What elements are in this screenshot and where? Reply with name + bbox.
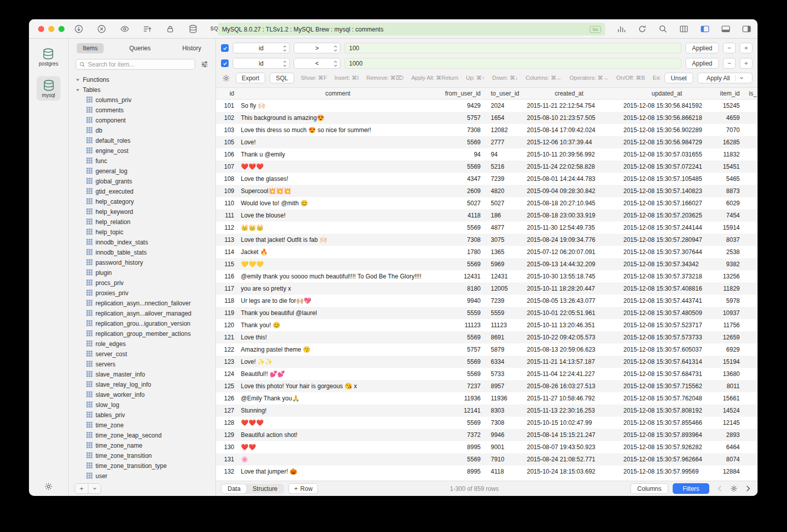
column-header-updated-at[interactable]: updated_at (617, 90, 716, 97)
sidebar-table-item[interactable]: proxies_priv (76, 288, 215, 298)
cell-id[interactable]: 126 (216, 395, 236, 402)
cell-updated_at[interactable]: 2015-12-08 15:30:57.140823 (617, 187, 716, 195)
cell-to_user_id[interactable]: 12431 (483, 273, 521, 280)
table-row[interactable]: 122Amazing pastel theme 😙575758792015-08… (216, 343, 758, 356)
cell-comment[interactable]: So fly 🙌🏻 (236, 102, 439, 109)
item-search-box[interactable] (76, 59, 195, 70)
cell-item_id[interactable]: 11832 (716, 151, 742, 158)
cell-from_user_id[interactable]: 5569 (439, 370, 483, 378)
cell-from_user_id[interactable]: 2609 (439, 187, 483, 195)
cell-updated_at[interactable]: 2015-12-08 15:30:57.244144 (617, 224, 716, 231)
cell-id[interactable]: 119 (216, 309, 236, 317)
cell-from_user_id[interactable]: 11123 (439, 322, 483, 329)
tab-items[interactable]: Items (77, 43, 104, 53)
cell-to_user_id[interactable]: 1365 (483, 248, 521, 256)
cell-item_id[interactable]: 15194 (716, 358, 742, 365)
table-row[interactable]: 116@emily thank you soooo much beautiful… (216, 270, 758, 283)
cell-to_user_id[interactable]: 5027 (483, 200, 521, 207)
table-row[interactable]: 105Love!556927772015-12-06 10:37:39.4420… (216, 136, 758, 148)
cell-comment[interactable]: Amazing pastel theme 😙 (236, 346, 439, 353)
cell-to_user_id[interactable]: 9001 (483, 444, 521, 451)
cell-id[interactable]: 103 (216, 127, 236, 134)
sidebar-table-item[interactable]: comments (76, 105, 215, 115)
tab-structure[interactable]: Structure (246, 484, 284, 493)
sidebar-table-item[interactable]: slave_master_info (76, 369, 215, 380)
cell-updated_at[interactable]: 2015-12-08 15:30:57.280947 (617, 236, 716, 243)
cell-from_user_id[interactable]: 5027 (439, 200, 483, 207)
cell-item_id[interactable]: 8011 (716, 383, 742, 390)
cell-to_user_id[interactable]: 8691 (483, 334, 521, 341)
cell-from_user_id[interactable]: 5569 (439, 419, 483, 426)
cell-id[interactable]: 117 (216, 285, 236, 292)
cell-id[interactable]: 131 (216, 456, 236, 463)
sidebar-table-item[interactable]: replication_asyn...ailover_managed (76, 308, 215, 319)
table-row[interactable]: 119Thank you beautiful @laurel5559555920… (216, 307, 758, 319)
table-row[interactable]: 107❤️❤️❤️556952162015-11-24 22:02:58.828… (216, 161, 758, 173)
cell-from_user_id[interactable]: 5569 (439, 334, 483, 341)
cell-to_user_id[interactable]: 94 (483, 151, 521, 158)
disconnect-icon[interactable] (97, 24, 107, 34)
search-input[interactable] (88, 61, 192, 68)
filter-column-select[interactable]: id (233, 43, 290, 53)
cell-to_user_id[interactable]: 2024 (483, 102, 521, 109)
cell-to_user_id[interactable]: 4877 (483, 224, 521, 231)
table-row[interactable]: 120Thank you! 😊11123111232015-10-11 13:2… (216, 319, 758, 331)
cell-to_user_id[interactable]: 8303 (483, 407, 521, 414)
zoom-window-button[interactable] (58, 26, 65, 32)
cell-updated_at[interactable]: 2015-12-08 15:30:57.34342 (617, 261, 716, 268)
cell-item_id[interactable]: 15914 (716, 224, 742, 231)
toggle-left-panel-icon[interactable] (700, 24, 710, 34)
cell-item_id[interactable]: 13256 (716, 273, 742, 280)
table-row[interactable]: 131🌸556979102015-08-24 21:08:52.7712015-… (216, 453, 758, 465)
cell-from_user_id[interactable]: 8995 (439, 468, 483, 475)
cell-created_at[interactable]: 2015-10-15 10:02:47.99 (521, 419, 617, 426)
cell-created_at[interactable]: 2015-08-18 23:00:33.919 (521, 212, 617, 219)
sidebar-table-item[interactable]: password_history (76, 258, 215, 268)
cell-created_at[interactable]: 2015-11-21 22:12:54.754 (521, 102, 617, 109)
cell-created_at[interactable]: 2015-11-21 14:13:57.187 (521, 358, 617, 365)
cell-created_at[interactable]: 2015-08-07 19:43:50.923 (521, 444, 617, 451)
cell-created_at[interactable]: 2015-08-05 13:26:43.077 (521, 297, 617, 304)
cell-updated_at[interactable]: 2015-12-08 15:30:56.841592 (617, 102, 716, 109)
cell-updated_at[interactable]: 2015-12-08 15:30:56.984729 (617, 139, 716, 146)
sidebar-table-item[interactable]: help_relation (76, 217, 215, 227)
cell-to_user_id[interactable]: 4118 (483, 468, 521, 475)
cell-item_id[interactable]: 4659 (716, 114, 742, 121)
cell-comment[interactable]: @Emily Thank you🙏 (236, 395, 439, 402)
cell-updated_at[interactable]: 2015-12-08 15:30:57.072241 (617, 163, 716, 170)
cell-created_at[interactable]: 2015-11-13 22:30:16.253 (521, 407, 617, 414)
cell-comment[interactable]: @emily thank you soooo much beautiful!!!… (236, 273, 439, 280)
cell-id[interactable]: 113 (216, 236, 236, 243)
previous-page-icon[interactable] (716, 485, 724, 493)
sidebar-table-item[interactable]: server_cost (76, 349, 215, 359)
cell-created_at[interactable]: 2015-12-06 10:37:39.44 (521, 139, 617, 146)
apply-all-button[interactable]: Apply All (698, 73, 752, 83)
sidebar-table-item[interactable]: global_grants (76, 176, 215, 186)
cell-updated_at[interactable]: 2015-12-08 15:30:57.715562 (617, 383, 716, 390)
column-header-comment[interactable]: comment (236, 90, 439, 97)
export-button[interactable]: Export (236, 73, 265, 83)
cell-updated_at[interactable]: 2015-12-08 15:30:56.866218 (617, 114, 716, 121)
cell-from_user_id[interactable]: 94 (439, 151, 483, 158)
cell-updated_at[interactable]: 2015-12-08 15:30:57.031655 (617, 151, 716, 158)
backup-structure-icon[interactable] (142, 24, 152, 34)
sidebar-table-item[interactable]: help_keyword (76, 207, 215, 217)
cell-created_at[interactable]: 2015-10-24 18:15:03.692 (521, 468, 617, 475)
table-row[interactable]: 109Supercool💥💥💥260948202015-09-04 09:28:… (216, 185, 758, 197)
cell-from_user_id[interactable]: 1780 (439, 248, 483, 256)
cell-created_at[interactable]: 2015-11-04 12:24:41.227 (521, 370, 617, 378)
connection-settings-gear-icon[interactable] (44, 481, 54, 491)
cell-created_at[interactable]: 2015-08-18 20:27:10.945 (521, 200, 617, 207)
cell-item_id[interactable]: 5465 (716, 175, 742, 182)
filter-column-select[interactable]: id (233, 58, 290, 69)
cell-comment[interactable]: 👑👑👑 (236, 224, 439, 231)
cell-updated_at[interactable]: 2015-12-08 15:30:57.373218 (617, 273, 716, 280)
cell-id[interactable]: 101 (216, 102, 236, 109)
cell-comment[interactable]: This background is amazing😍 (236, 114, 439, 121)
cell-comment[interactable]: ❤️❤️❤️ (236, 163, 439, 170)
cell-item_id[interactable]: 8037 (716, 236, 742, 243)
tree-group-functions[interactable]: Functions (76, 75, 215, 85)
cell-created_at[interactable]: 2015-10-11 18:28:20.447 (521, 285, 617, 292)
remove-filter-button[interactable]: − (723, 58, 736, 69)
cell-from_user_id[interactable]: 7308 (439, 127, 483, 134)
